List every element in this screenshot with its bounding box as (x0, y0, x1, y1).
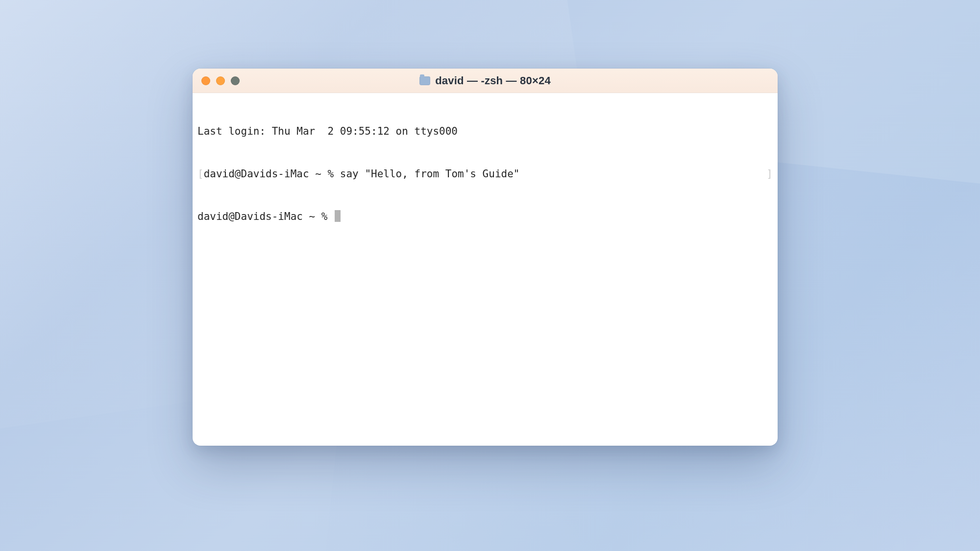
titlebar[interactable]: david — -zsh — 80×24 (193, 69, 778, 93)
prompt-bracket-close: ] (766, 167, 773, 181)
shell-prompt: david@Davids-iMac ~ % (204, 168, 340, 180)
close-button[interactable] (201, 76, 210, 85)
traffic-lights (193, 76, 240, 85)
terminal-window: david — -zsh — 80×24 Last login: Thu Mar… (193, 69, 778, 446)
terminal-line-last-login: Last login: Thu Mar 2 09:55:12 on ttys00… (197, 124, 773, 139)
shell-command-text: say "Hello, from Tom's Guide" (340, 168, 520, 180)
terminal-line-command: [david@Davids-iMac ~ % say "Hello, from … (197, 167, 773, 181)
folder-icon (419, 76, 430, 85)
shell-prompt: david@Davids-iMac ~ % (197, 211, 334, 222)
terminal-output[interactable]: Last login: Thu Mar 2 09:55:12 on ttys00… (193, 93, 778, 446)
terminal-line-prompt: david@Davids-iMac ~ % (197, 210, 773, 224)
window-title: david — -zsh — 80×24 (435, 74, 551, 87)
window-title-wrap: david — -zsh — 80×24 (193, 74, 778, 87)
minimize-button[interactable] (216, 76, 225, 85)
cursor-icon (335, 210, 341, 222)
fullscreen-button[interactable] (231, 76, 240, 85)
prompt-bracket-open: [ (197, 168, 204, 180)
